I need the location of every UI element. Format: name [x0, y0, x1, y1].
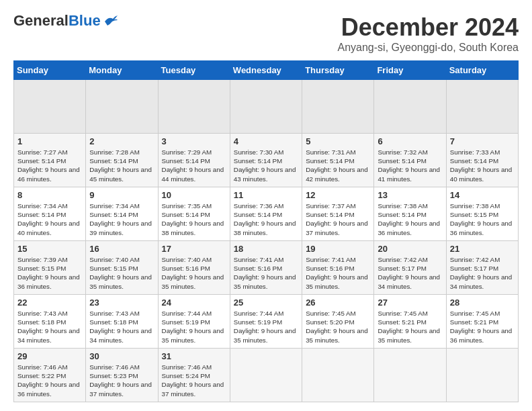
- calendar-cell: 23Sunrise: 7:43 AMSunset: 5:18 PMDayligh…: [86, 295, 158, 349]
- calendar-cell: [302, 349, 374, 402]
- cell-info: Sunrise: 7:41 AMSunset: 5:16 PMDaylight:…: [234, 255, 298, 291]
- day-number: 14: [450, 190, 515, 200]
- day-number: 29: [17, 351, 82, 361]
- calendar-cell: [158, 80, 230, 134]
- day-number: 30: [89, 351, 154, 361]
- calendar-cell: [374, 349, 446, 402]
- calendar-cell: [374, 80, 446, 134]
- month-title: December 2024: [338, 13, 519, 42]
- calendar-cell: 3Sunrise: 7:29 AMSunset: 5:14 PMDaylight…: [158, 134, 230, 187]
- day-number: 18: [234, 244, 298, 254]
- cell-info: Sunrise: 7:46 AMSunset: 5:24 PMDaylight:…: [162, 363, 226, 398]
- day-number: 4: [234, 136, 298, 146]
- cell-info: Sunrise: 7:45 AMSunset: 5:21 PMDaylight:…: [378, 309, 442, 345]
- cell-info: Sunrise: 7:38 AMSunset: 5:14 PMDaylight:…: [378, 201, 442, 237]
- cell-info: Sunrise: 7:28 AMSunset: 5:14 PMDaylight:…: [89, 148, 154, 183]
- cell-info: Sunrise: 7:43 AMSunset: 5:18 PMDaylight:…: [17, 309, 82, 345]
- day-number: 10: [162, 190, 226, 200]
- day-number: 20: [378, 244, 442, 254]
- day-number: 22: [17, 298, 82, 308]
- calendar-cell: 17Sunrise: 7:40 AMSunset: 5:16 PMDayligh…: [158, 241, 230, 295]
- calendar-cell: 24Sunrise: 7:44 AMSunset: 5:19 PMDayligh…: [158, 295, 230, 349]
- cell-info: Sunrise: 7:43 AMSunset: 5:18 PMDaylight:…: [89, 309, 154, 345]
- cell-info: Sunrise: 7:40 AMSunset: 5:15 PMDaylight:…: [89, 255, 154, 291]
- location: Anyang-si, Gyeonggi-do, South Korea: [338, 42, 519, 54]
- day-number: 5: [306, 136, 370, 146]
- calendar-cell: 8Sunrise: 7:34 AMSunset: 5:14 PMDaylight…: [14, 187, 86, 241]
- calendar-cell: 25Sunrise: 7:44 AMSunset: 5:19 PMDayligh…: [230, 295, 302, 349]
- day-number: 1: [17, 136, 82, 146]
- day-header-sunday: Sunday: [14, 61, 86, 80]
- calendar-cell: 16Sunrise: 7:40 AMSunset: 5:15 PMDayligh…: [86, 241, 158, 295]
- cell-info: Sunrise: 7:44 AMSunset: 5:19 PMDaylight:…: [234, 309, 298, 345]
- cell-info: Sunrise: 7:42 AMSunset: 5:17 PMDaylight:…: [450, 255, 515, 291]
- calendar-cell: 26Sunrise: 7:45 AMSunset: 5:20 PMDayligh…: [302, 295, 374, 349]
- cell-info: Sunrise: 7:41 AMSunset: 5:16 PMDaylight:…: [306, 255, 370, 291]
- calendar-cell: [230, 349, 302, 402]
- day-number: 11: [234, 190, 298, 200]
- cell-info: Sunrise: 7:33 AMSunset: 5:14 PMDaylight:…: [450, 148, 515, 183]
- calendar-cell: 9Sunrise: 7:34 AMSunset: 5:14 PMDaylight…: [86, 187, 158, 241]
- cell-info: Sunrise: 7:37 AMSunset: 5:14 PMDaylight:…: [306, 201, 370, 237]
- cell-info: Sunrise: 7:46 AMSunset: 5:23 PMDaylight:…: [89, 363, 154, 398]
- cell-info: Sunrise: 7:45 AMSunset: 5:20 PMDaylight:…: [306, 309, 370, 345]
- calendar-week-row: 1Sunrise: 7:27 AMSunset: 5:14 PMDaylight…: [14, 134, 519, 187]
- day-header-wednesday: Wednesday: [230, 61, 302, 80]
- calendar-cell: 30Sunrise: 7:46 AMSunset: 5:23 PMDayligh…: [86, 349, 158, 402]
- cell-info: Sunrise: 7:27 AMSunset: 5:14 PMDaylight:…: [17, 148, 82, 183]
- cell-info: Sunrise: 7:45 AMSunset: 5:21 PMDaylight:…: [450, 309, 515, 345]
- day-number: 19: [306, 244, 370, 254]
- cell-info: Sunrise: 7:34 AMSunset: 5:14 PMDaylight:…: [17, 201, 82, 237]
- day-header-saturday: Saturday: [446, 61, 518, 80]
- day-number: 21: [450, 244, 515, 254]
- cell-info: Sunrise: 7:34 AMSunset: 5:14 PMDaylight:…: [89, 201, 154, 237]
- cell-info: Sunrise: 7:31 AMSunset: 5:14 PMDaylight:…: [306, 148, 370, 183]
- day-number: 12: [306, 190, 370, 200]
- day-number: 15: [17, 244, 82, 254]
- calendar-cell: 2Sunrise: 7:28 AMSunset: 5:14 PMDaylight…: [86, 134, 158, 187]
- calendar-cell: 29Sunrise: 7:46 AMSunset: 5:22 PMDayligh…: [14, 349, 86, 402]
- page-header: GeneralBlue December 2024 Anyang-si, Gye…: [13, 13, 519, 54]
- calendar-cell: [446, 349, 518, 402]
- day-header-friday: Friday: [374, 61, 446, 80]
- calendar-cell: 1Sunrise: 7:27 AMSunset: 5:14 PMDaylight…: [14, 134, 86, 187]
- day-header-monday: Monday: [86, 61, 158, 80]
- calendar-cell: 4Sunrise: 7:30 AMSunset: 5:14 PMDaylight…: [230, 134, 302, 187]
- day-number: 17: [162, 244, 226, 254]
- logo-bird-icon: [103, 15, 118, 27]
- calendar-cell: 13Sunrise: 7:38 AMSunset: 5:14 PMDayligh…: [374, 187, 446, 241]
- calendar-cell: [14, 80, 86, 134]
- calendar-week-row: 22Sunrise: 7:43 AMSunset: 5:18 PMDayligh…: [14, 295, 519, 349]
- cell-info: Sunrise: 7:30 AMSunset: 5:14 PMDaylight:…: [234, 148, 298, 183]
- calendar-cell: 5Sunrise: 7:31 AMSunset: 5:14 PMDaylight…: [302, 134, 374, 187]
- calendar-cell: 28Sunrise: 7:45 AMSunset: 5:21 PMDayligh…: [446, 295, 518, 349]
- calendar-week-row: 15Sunrise: 7:39 AMSunset: 5:15 PMDayligh…: [14, 241, 519, 295]
- calendar-cell: 20Sunrise: 7:42 AMSunset: 5:17 PMDayligh…: [374, 241, 446, 295]
- calendar-cell: [230, 80, 302, 134]
- calendar-cell: 10Sunrise: 7:35 AMSunset: 5:14 PMDayligh…: [158, 187, 230, 241]
- cell-info: Sunrise: 7:42 AMSunset: 5:17 PMDaylight:…: [378, 255, 442, 291]
- day-number: 16: [89, 244, 154, 254]
- title-section: December 2024 Anyang-si, Gyeonggi-do, So…: [338, 13, 519, 54]
- cell-info: Sunrise: 7:29 AMSunset: 5:14 PMDaylight:…: [162, 148, 226, 183]
- calendar-cell: 14Sunrise: 7:38 AMSunset: 5:15 PMDayligh…: [446, 187, 518, 241]
- calendar-cell: 7Sunrise: 7:33 AMSunset: 5:14 PMDaylight…: [446, 134, 518, 187]
- logo: GeneralBlue: [13, 13, 118, 28]
- day-number: 27: [378, 298, 442, 308]
- logo-text: GeneralBlue: [13, 13, 101, 28]
- day-number: 28: [450, 298, 515, 308]
- calendar-week-row: [14, 80, 519, 134]
- day-number: 8: [17, 190, 82, 200]
- calendar-cell: 15Sunrise: 7:39 AMSunset: 5:15 PMDayligh…: [14, 241, 86, 295]
- day-header-thursday: Thursday: [302, 61, 374, 80]
- calendar-cell: 21Sunrise: 7:42 AMSunset: 5:17 PMDayligh…: [446, 241, 518, 295]
- cell-info: Sunrise: 7:38 AMSunset: 5:15 PMDaylight:…: [450, 201, 515, 237]
- day-number: 6: [378, 136, 442, 146]
- calendar-week-row: 29Sunrise: 7:46 AMSunset: 5:22 PMDayligh…: [14, 349, 519, 402]
- calendar-week-row: 8Sunrise: 7:34 AMSunset: 5:14 PMDaylight…: [14, 187, 519, 241]
- calendar-cell: 12Sunrise: 7:37 AMSunset: 5:14 PMDayligh…: [302, 187, 374, 241]
- calendar-cell: [86, 80, 158, 134]
- cell-info: Sunrise: 7:39 AMSunset: 5:15 PMDaylight:…: [17, 255, 82, 291]
- calendar-table: SundayMondayTuesdayWednesdayThursdayFrid…: [13, 60, 519, 402]
- calendar-cell: [302, 80, 374, 134]
